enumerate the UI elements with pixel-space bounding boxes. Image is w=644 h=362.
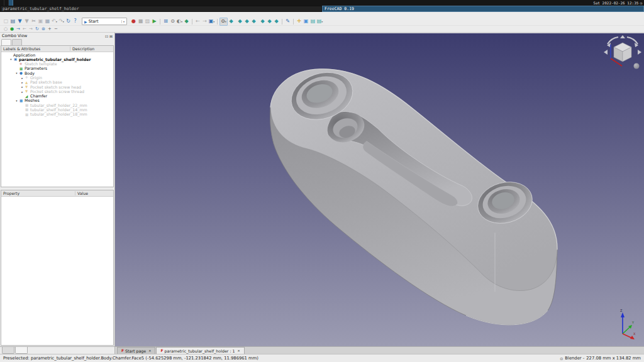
web-refresh-icon[interactable]: ↻ (34, 26, 40, 32)
freecad-doc-icon: F (121, 349, 124, 353)
fit-all-icon[interactable]: ⊞ (162, 18, 169, 25)
tree-item-sketch-template[interactable]: ◆ Sketch template (1, 62, 113, 67)
tree-item-document[interactable]: ▾ ▣ parametric_tubular_shelf_holder (1, 57, 113, 62)
texture-view-icon[interactable]: ◆ (183, 18, 190, 25)
tab-data[interactable] (15, 347, 28, 354)
tree-expand-icon[interactable]: ▸ (21, 85, 24, 89)
view-isometric-icon[interactable]: ◆ (228, 18, 235, 25)
property-editor: Property Value (1, 190, 114, 346)
toolbar-icon[interactable] (280, 18, 284, 25)
open-document-icon[interactable]: ▤ (9, 18, 16, 25)
tree-item-icon: ◆ (19, 62, 23, 66)
create-part-icon[interactable]: ✛ (296, 18, 303, 25)
window-title-freecad[interactable]: FreeCAD 0.19 (322, 6, 644, 12)
tree-expand-icon[interactable]: ▾ (15, 99, 18, 102)
toolbar-icon[interactable] (215, 18, 219, 25)
mdi-tab-document[interactable]: F parametric_tubular_shelf_holder : 1 ✕ (156, 347, 244, 354)
web-home-icon[interactable]: ● (9, 26, 15, 32)
close-icon[interactable]: ✕ (148, 349, 151, 353)
paste-icon[interactable]: ▦ (44, 18, 51, 25)
zoom-selection-icon[interactable]: ⊙ (169, 18, 176, 25)
save-icon[interactable]: ▼ (16, 18, 23, 25)
nav-sphere-icon[interactable] (634, 63, 640, 69)
arrow-up-icon[interactable] (620, 35, 625, 38)
tree-expand-icon[interactable]: ▸ (21, 81, 24, 84)
web-world-icon[interactable]: ⊛ (40, 26, 47, 32)
tree-item-chamfer[interactable]: ◢ Chamfer (1, 94, 113, 99)
whats-this-icon[interactable]: ? (72, 18, 79, 25)
toolbar-icon[interactable] (158, 18, 162, 25)
redo-icon[interactable]: ↷▾ (58, 18, 65, 25)
view-top-icon[interactable]: ◆ (243, 18, 250, 25)
cut-icon[interactable]: ✂ (30, 18, 37, 25)
view-front-icon[interactable]: ◆ (236, 18, 243, 25)
tree-item-label: Pocket sketch screw head (30, 85, 81, 89)
navigation-cube[interactable] (602, 35, 643, 71)
nav-style-label: Blender - (565, 356, 584, 361)
workbench-selector[interactable]: ▶ Start ▾ (82, 18, 127, 25)
tab-model[interactable] (1, 39, 11, 45)
macro-stop-icon[interactable]: ■ (137, 18, 144, 25)
macro-record-icon[interactable]: ● (130, 18, 137, 25)
view-rear-icon[interactable]: ◆ (259, 18, 266, 25)
tree-expand-icon[interactable]: ▾ (9, 58, 13, 61)
link-actions-icon[interactable]: ▤▾ (316, 18, 323, 25)
tree-item-body[interactable]: ▾ ● Body (1, 71, 113, 75)
make-link-icon[interactable]: ▤ (309, 18, 316, 25)
view-right-icon[interactable]: ◆ (250, 18, 257, 25)
tree-item-pad-sketch-base[interactable]: ▸ ▲ Pad sketch base (1, 80, 113, 85)
workbench-selector-value: Start (89, 19, 99, 24)
tree-expand-icon[interactable]: ▸ (21, 90, 24, 94)
macro-dialog-icon[interactable]: ▨ (144, 18, 151, 25)
zoom-out-icon[interactable]: − (53, 26, 59, 32)
arrow-left-icon[interactable] (604, 50, 608, 55)
tree-item-mesh-18[interactable]: ▦ tubular_shelf_holder_18_mm (1, 112, 113, 117)
workspace-3[interactable] (9, 0, 13, 6)
window-titlebar: parametric_tubular_shelf_holder FreeCAD … (0, 6, 644, 12)
combo-view-title: Combo View (2, 33, 27, 38)
close-panel-icon[interactable]: ⊠ (109, 34, 113, 38)
create-group-icon[interactable]: ▣ (303, 18, 309, 25)
window-title-editor[interactable]: parametric_tubular_shelf_holder (0, 6, 322, 12)
mdi-tab-start-page[interactable]: F Start page ✕ (117, 347, 155, 354)
sync-selection-icon[interactable]: ⊙▾ (219, 18, 228, 26)
tab-view[interactable] (2, 347, 14, 354)
zoom-in-icon[interactable]: + (47, 26, 53, 32)
viewport[interactable]: Z Y X (115, 33, 644, 346)
web-stop-icon[interactable]: ○ (3, 26, 9, 32)
tree-item-parameters[interactable]: ▦ Parameters (1, 67, 113, 71)
tree-expand-icon[interactable]: ▾ (15, 72, 18, 75)
tree-expand-icon[interactable]: ▸ (21, 77, 24, 80)
close-icon[interactable]: ✕ (238, 349, 240, 353)
screen: Sat 2022-02-26 12:35 ◷ parametric_tubula… (0, 0, 644, 362)
tree-item-label: Parameters (25, 67, 47, 70)
view-forward-icon[interactable]: → (201, 18, 208, 25)
tab-tasks[interactable] (12, 39, 22, 45)
view-bottom-icon[interactable]: ◆ (266, 18, 273, 25)
toolbar-icon[interactable] (190, 18, 194, 25)
refresh-icon[interactable]: ↻ (65, 18, 72, 25)
draw-style-icon[interactable]: ◐▾ (176, 18, 183, 25)
new-document-icon[interactable]: ▢ (3, 18, 9, 25)
web-back-icon[interactable]: ← (21, 26, 28, 32)
macro-play-icon[interactable]: ▶ (151, 18, 158, 25)
undo-icon[interactable]: ↶▾ (51, 18, 58, 25)
main-area: Combo View ⊡ ⊠ Labels & Attributes Descr… (0, 33, 644, 346)
float-panel-icon[interactable]: ⊡ (105, 34, 108, 38)
view-back-icon[interactable]: ← (194, 18, 201, 25)
tree-item-pocket-screw-thread[interactable]: ▸ ▼ Pocket sketch screw thread (1, 89, 113, 94)
view-left-icon[interactable]: ◆ (273, 18, 280, 25)
measure-icon[interactable]: ✎ (284, 18, 291, 25)
shelf-holder-part[interactable] (270, 65, 558, 325)
export-icon[interactable]: ▼ (23, 18, 30, 25)
linked-view-icon[interactable]: ▣▾ (208, 18, 215, 25)
workspace-2[interactable] (4, 0, 9, 6)
web-open-icon[interactable]: → (15, 26, 21, 32)
workspace-1[interactable] (0, 0, 4, 6)
3d-scene[interactable] (115, 33, 644, 346)
cube-body[interactable] (614, 43, 631, 62)
copy-icon[interactable]: ▣ (37, 18, 44, 25)
toolbar-icon[interactable] (291, 18, 296, 25)
web-forward-icon[interactable]: → (28, 26, 34, 32)
arrow-right-icon[interactable] (638, 50, 641, 55)
